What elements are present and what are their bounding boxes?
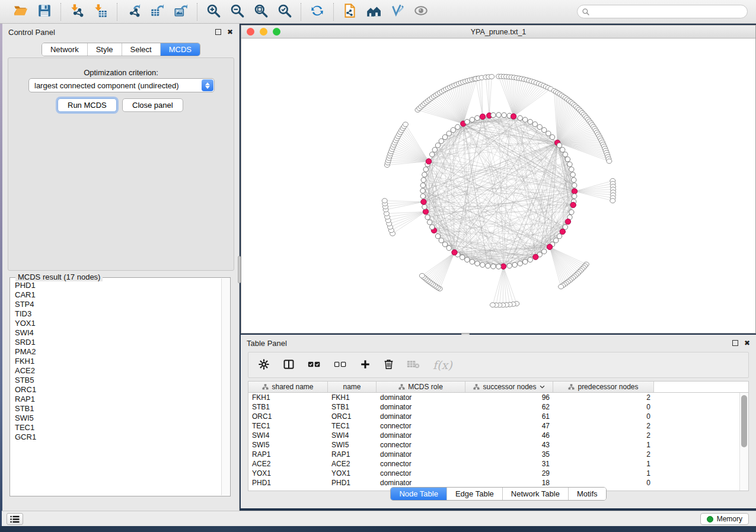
mcds-node[interactable] bbox=[572, 188, 577, 194]
save-session-button[interactable] bbox=[34, 2, 55, 21]
network-node[interactable] bbox=[460, 255, 465, 259]
network-node[interactable] bbox=[446, 246, 451, 251]
leaf-node[interactable] bbox=[610, 198, 615, 203]
table-row[interactable]: ACE2ACE2connector311 bbox=[248, 459, 739, 469]
network-node[interactable] bbox=[491, 264, 496, 269]
tab-select[interactable]: Select bbox=[122, 43, 160, 56]
mcds-result-item[interactable]: STP4 bbox=[15, 300, 221, 309]
network-node[interactable] bbox=[518, 261, 522, 266]
mcds-node[interactable] bbox=[547, 244, 552, 249]
network-node[interactable] bbox=[442, 242, 447, 246]
network-node[interactable] bbox=[425, 215, 430, 220]
export-table-button[interactable] bbox=[147, 2, 167, 21]
memory-button[interactable]: Memory bbox=[700, 513, 749, 525]
search-box[interactable] bbox=[577, 5, 748, 18]
network-node[interactable] bbox=[480, 262, 485, 267]
mcds-result-item[interactable]: PHD1 bbox=[15, 281, 221, 290]
mcds-node[interactable] bbox=[480, 114, 485, 119]
tab-style[interactable]: Style bbox=[87, 43, 122, 56]
leaf-node[interactable] bbox=[382, 198, 387, 203]
network-node[interactable] bbox=[572, 183, 577, 188]
network-node[interactable] bbox=[486, 264, 490, 268]
menu-list-button[interactable] bbox=[7, 513, 23, 525]
network-node[interactable] bbox=[572, 194, 577, 198]
mcds-result-list[interactable]: PHD1CAR1STP4TID3YOX1SWI4SRD1PMA2FKH1ACE2… bbox=[11, 280, 221, 495]
mcds-result-item[interactable]: SWI5 bbox=[15, 414, 221, 423]
zoom-selected-button[interactable] bbox=[275, 2, 295, 21]
table-row[interactable]: TEC1TEC1connector472 bbox=[248, 421, 739, 431]
table-row[interactable]: STB1STB1dominator620 bbox=[248, 402, 739, 412]
import-table-button[interactable] bbox=[91, 2, 111, 21]
network-node[interactable] bbox=[455, 124, 460, 129]
network-canvas[interactable] bbox=[241, 39, 755, 333]
table-row[interactable]: PHD1PHD1dominator180 bbox=[248, 478, 739, 488]
network-node[interactable] bbox=[569, 167, 574, 172]
import-network-button[interactable] bbox=[67, 2, 87, 21]
network-node[interactable] bbox=[532, 122, 537, 127]
network-node[interactable] bbox=[560, 148, 565, 152]
deselect-all-button[interactable] bbox=[334, 357, 347, 373]
share-document-button[interactable] bbox=[340, 2, 360, 21]
mcds-node[interactable] bbox=[560, 229, 565, 234]
mcds-result-item[interactable]: TEC1 bbox=[15, 423, 221, 432]
zoom-in-button[interactable] bbox=[203, 2, 224, 21]
mcds-result-item[interactable]: ACE2 bbox=[15, 366, 221, 376]
table-row[interactable]: YOX1YOX1connector291 bbox=[248, 469, 739, 478]
network-node[interactable] bbox=[423, 167, 428, 172]
export-network-button[interactable] bbox=[123, 2, 143, 21]
leaf-node[interactable] bbox=[489, 75, 495, 79]
network-node[interactable] bbox=[420, 188, 425, 193]
network-node[interactable] bbox=[569, 210, 574, 214]
network-node[interactable] bbox=[435, 143, 440, 148]
gear-button[interactable] bbox=[258, 357, 270, 373]
column-header-name[interactable]: name bbox=[328, 382, 377, 392]
run-mcds-button[interactable]: Run MCDS bbox=[58, 98, 117, 112]
network-node[interactable] bbox=[557, 234, 562, 239]
network-node[interactable] bbox=[475, 116, 480, 120]
network-node[interactable] bbox=[470, 117, 474, 122]
network-node[interactable] bbox=[572, 178, 576, 182]
leaf-node[interactable] bbox=[559, 284, 564, 289]
network-node[interactable] bbox=[465, 257, 470, 262]
zoom-fit-button[interactable] bbox=[251, 2, 271, 21]
mcds-node[interactable] bbox=[421, 199, 426, 204]
export-image-button[interactable] bbox=[171, 2, 191, 21]
close-panel-button[interactable]: Close panel bbox=[122, 98, 183, 112]
network-node[interactable] bbox=[528, 257, 532, 262]
tab-network-table[interactable]: Network Table bbox=[502, 488, 568, 500]
eye-button[interactable] bbox=[411, 2, 431, 21]
mcds-node[interactable] bbox=[423, 209, 428, 214]
network-node[interactable] bbox=[528, 119, 532, 124]
float-table-panel-icon[interactable] bbox=[732, 340, 738, 346]
tab-motifs[interactable]: Motifs bbox=[568, 488, 606, 500]
network-node[interactable] bbox=[537, 124, 542, 129]
network-node[interactable] bbox=[465, 119, 470, 124]
network-node[interactable] bbox=[439, 238, 444, 243]
zoom-out-button[interactable] bbox=[227, 2, 247, 21]
network-node[interactable] bbox=[542, 127, 547, 132]
table-row[interactable]: FKH1FKH1dominator962 bbox=[248, 393, 739, 402]
tab-mcds[interactable]: MCDS bbox=[160, 43, 200, 56]
network-node[interactable] bbox=[470, 259, 474, 264]
mcds-result-item[interactable]: STB1 bbox=[15, 404, 221, 414]
network-node[interactable] bbox=[507, 264, 512, 268]
network-node[interactable] bbox=[420, 194, 425, 198]
close-table-panel-icon[interactable]: ✖ bbox=[744, 339, 750, 347]
network-node[interactable] bbox=[542, 249, 547, 254]
network-node[interactable] bbox=[442, 134, 447, 139]
table-row[interactable]: ORC1ORC1dominator610 bbox=[248, 412, 739, 421]
network-node[interactable] bbox=[546, 131, 551, 136]
open-file-button[interactable] bbox=[11, 2, 31, 21]
search-input[interactable] bbox=[590, 7, 747, 17]
column-header-predecessor-nodes[interactable]: predecessor nodes bbox=[553, 382, 654, 392]
leaf-node[interactable] bbox=[419, 274, 425, 278]
add-column-button[interactable] bbox=[360, 357, 371, 373]
leaf-node[interactable] bbox=[607, 159, 612, 164]
tab-edge-table[interactable]: Edge Table bbox=[446, 488, 502, 500]
tab-network[interactable]: Network bbox=[42, 43, 87, 56]
table-row[interactable]: SWI5SWI5connector431 bbox=[248, 440, 739, 450]
mcds-result-item[interactable]: CAR1 bbox=[15, 290, 221, 300]
network-node[interactable] bbox=[557, 143, 562, 148]
optimization-criterion-select[interactable]: largest connected component (undirected) bbox=[28, 78, 215, 92]
table-row[interactable]: RAP1RAP1dominator352 bbox=[248, 450, 739, 459]
